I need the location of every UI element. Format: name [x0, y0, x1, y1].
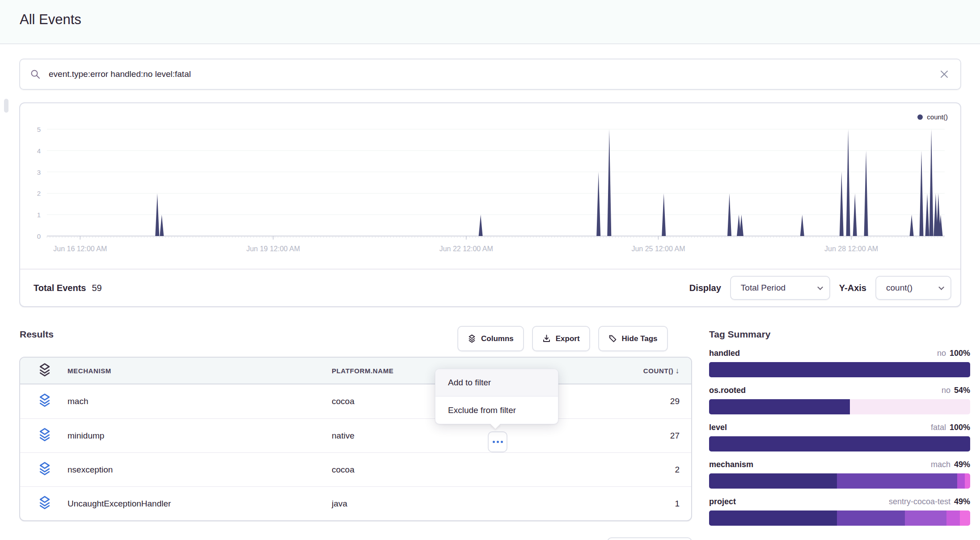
chart-spike	[596, 172, 600, 236]
cell-mechanism[interactable]: mach	[68, 397, 88, 406]
display-label: Display	[689, 283, 721, 293]
results-heading: Results	[20, 329, 54, 340]
cell-platform[interactable]: cocoa	[332, 397, 355, 406]
download-icon	[542, 334, 551, 343]
column-header-count[interactable]: COUNT()↓	[643, 366, 680, 375]
x-axis-tick-label: Jun 16 12:00 AM	[53, 245, 107, 253]
tag-top-value: mach	[931, 460, 950, 469]
events-time-series-chart[interactable]: 012345Jun 16 12:00 AMJun 19 12:00 AMJun …	[20, 103, 960, 269]
columns-button[interactable]: Columns	[457, 326, 524, 351]
menu-item-add-to-filter[interactable]: Add to filter	[435, 369, 558, 397]
tag-name: os.rooted	[709, 386, 746, 395]
cell-count[interactable]: 2	[675, 465, 680, 475]
display-dropdown[interactable]: Total Period	[730, 276, 830, 300]
top-header-bar: All Events	[0, 0, 980, 44]
cell-context-menu: Add to filter Exclude from filter	[435, 369, 558, 424]
search-bar	[19, 59, 961, 90]
events-chart-panel: count() 012345Jun 16 12:00 AMJun 19 12:0…	[19, 102, 961, 307]
close-icon	[939, 69, 950, 80]
chart-spike	[800, 215, 804, 236]
tag-bar-segment[interactable]	[965, 473, 970, 489]
panel-drag-handle[interactable]	[4, 99, 8, 113]
legend-series-dot	[917, 114, 923, 120]
cell-count[interactable]: 29	[670, 397, 680, 406]
clear-search-button[interactable]	[936, 66, 952, 82]
tag-bar-segment[interactable]	[946, 510, 959, 526]
results-table-body: mach cocoa 29 minidump native 27 nsexcep…	[20, 384, 691, 520]
stack-icon	[37, 427, 52, 444]
table-row[interactable]: nsexception cocoa 2	[20, 452, 691, 486]
pagination-buttons[interactable]	[607, 537, 692, 540]
stack-column-icon[interactable]	[37, 363, 52, 379]
tag-name: level	[709, 423, 727, 432]
chart-spike	[607, 129, 611, 236]
chart-spike	[739, 215, 743, 236]
table-row[interactable]: UncaughtExceptionHandler java 1	[20, 486, 691, 520]
tag-bar-segment[interactable]	[850, 399, 970, 414]
table-row[interactable]: mach cocoa 29	[20, 384, 691, 418]
tag-bar-segment[interactable]	[709, 436, 970, 451]
chevron-down-icon	[817, 284, 823, 290]
tag-percent: 100%	[950, 349, 970, 358]
results-table: MECHANISM PLATFORM.NAME COUNT()↓ mach co…	[19, 357, 692, 521]
chart-spike	[160, 215, 164, 236]
chart-spike	[846, 129, 850, 236]
stack-icon	[37, 495, 52, 512]
ellipsis-icon	[493, 441, 495, 443]
svg-text:3: 3	[37, 169, 41, 176]
export-button[interactable]: Export	[532, 326, 590, 351]
tag-summary-row: mechanism mach49%	[709, 460, 970, 489]
tag-bar-segment[interactable]	[957, 473, 965, 489]
cell-count[interactable]: 1	[675, 499, 680, 509]
yaxis-dropdown[interactable]: count()	[875, 276, 951, 300]
tag-bar-segment[interactable]	[709, 510, 837, 526]
results-table-header: MECHANISM PLATFORM.NAME COUNT()↓	[20, 358, 691, 384]
tag-bar-segment[interactable]	[837, 473, 957, 489]
columns-button-label: Columns	[481, 334, 514, 343]
tag-top-value: sentry-cocoa-test	[889, 497, 950, 506]
tag-distribution-bar[interactable]	[709, 473, 970, 489]
svg-text:5: 5	[37, 126, 41, 133]
svg-text:1: 1	[37, 211, 41, 219]
chart-spike	[840, 172, 844, 236]
cell-count[interactable]: 27	[670, 431, 680, 441]
svg-text:4: 4	[37, 147, 41, 155]
chart-spike	[929, 129, 934, 236]
tag-distribution-bar[interactable]	[709, 362, 970, 377]
tag-bar-segment[interactable]	[837, 510, 905, 526]
tag-summary-heading: Tag Summary	[709, 329, 970, 340]
table-row[interactable]: minidump native 27	[20, 418, 691, 452]
search-input[interactable]	[48, 69, 936, 80]
count-header-label: COUNT()	[643, 367, 674, 375]
search-icon	[30, 69, 41, 80]
tag-distribution-bar[interactable]	[709, 510, 970, 526]
tag-summary-row: level fatal100%	[709, 423, 970, 451]
display-dropdown-value: Total Period	[741, 283, 786, 293]
x-axis-tick-label: Jun 28 12:00 AM	[824, 245, 878, 253]
tag-top-value: fatal	[931, 423, 946, 432]
tag-bar-segment[interactable]	[709, 399, 850, 414]
cell-platform[interactable]: java	[332, 499, 347, 509]
tag-percent: 54%	[954, 386, 970, 395]
legend-series-label: count()	[927, 113, 948, 121]
cell-actions-button[interactable]	[488, 431, 507, 452]
chart-spike	[479, 215, 483, 236]
x-axis-tick-label: Jun 19 12:00 AM	[246, 245, 300, 253]
tag-summary-rows: handled no100% os.rooted no54% level fat…	[709, 349, 970, 526]
cell-mechanism[interactable]: minidump	[68, 431, 104, 441]
cell-mechanism[interactable]: UncaughtExceptionHandler	[68, 499, 171, 509]
chevron-down-icon	[938, 284, 944, 290]
tag-bar-segment[interactable]	[709, 362, 970, 377]
tag-name: handled	[709, 349, 740, 358]
tag-bar-segment[interactable]	[709, 473, 837, 489]
cell-mechanism[interactable]: nsexception	[68, 465, 113, 475]
column-header-mechanism[interactable]: MECHANISM	[68, 367, 111, 375]
cell-platform[interactable]: cocoa	[332, 465, 355, 475]
tag-distribution-bar[interactable]	[709, 399, 970, 414]
tag-bar-segment[interactable]	[960, 510, 970, 526]
cell-platform[interactable]: native	[332, 431, 355, 441]
tag-bar-segment[interactable]	[905, 510, 946, 526]
column-header-platform[interactable]: PLATFORM.NAME	[332, 367, 393, 375]
tag-distribution-bar[interactable]	[709, 436, 970, 451]
hide-tags-button[interactable]: Hide Tags	[598, 326, 668, 351]
